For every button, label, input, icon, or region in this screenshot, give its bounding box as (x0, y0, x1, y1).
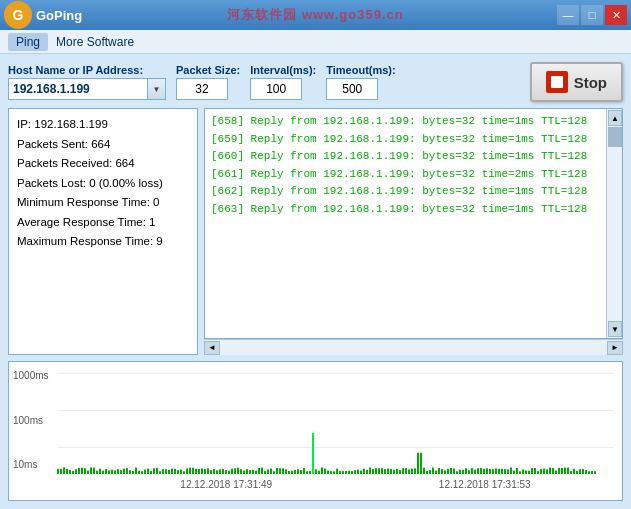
chart-bar (351, 471, 353, 474)
chart-bar (417, 453, 419, 474)
chart-bar (450, 468, 452, 474)
chart-bar (237, 468, 239, 474)
log-entry: [659] Reply from 192.168.1.199: bytes=32… (211, 131, 616, 149)
chart-bar (129, 470, 131, 474)
chart-bar (300, 470, 302, 474)
chart-bar (381, 468, 383, 474)
timeout-label: Timeout(ms): (326, 64, 395, 76)
chart-bar (159, 471, 161, 474)
stat-min: Minimum Response Time: 0 (17, 193, 189, 213)
chart-bar (339, 471, 341, 474)
chart-bar (90, 467, 92, 474)
chart-bar (453, 469, 455, 474)
chart-bar (222, 469, 224, 474)
y-label-1000: 1000ms (13, 370, 49, 381)
chart-bar (198, 469, 200, 474)
scrollbar-thumb[interactable] (608, 127, 622, 147)
chart-bar (84, 468, 86, 474)
chart-bar (303, 468, 305, 474)
chart-bar (510, 467, 512, 474)
timeout-input[interactable] (326, 78, 378, 100)
chart-bar (534, 468, 536, 474)
host-input[interactable] (8, 78, 148, 100)
interval-input[interactable] (250, 78, 302, 100)
close-button[interactable]: ✕ (605, 5, 627, 25)
interval-label: Interval(ms): (250, 64, 316, 76)
host-input-wrapper: ▼ (8, 78, 166, 100)
chart-bar (372, 469, 374, 474)
chart-bar (264, 471, 266, 474)
chart-bar (483, 469, 485, 474)
maximize-button[interactable]: □ (581, 5, 603, 25)
app-icon: G (4, 1, 32, 29)
chart-bar (522, 470, 524, 474)
chart-bar (432, 467, 434, 474)
chart-bar (189, 468, 191, 474)
chart-bar (399, 470, 401, 474)
h-scroll-right-button[interactable]: ► (607, 341, 623, 355)
stat-lost: Packets Lost: 0 (0.00% loss) (17, 174, 189, 194)
chart-bar (342, 471, 344, 474)
minimize-button[interactable]: — (557, 5, 579, 25)
chart-bar (75, 469, 77, 474)
chart-bar (252, 470, 254, 474)
chart-bar (426, 471, 428, 474)
log-entry: [662] Reply from 192.168.1.199: bytes=32… (211, 183, 616, 201)
scrollbar-up-button[interactable]: ▲ (608, 110, 622, 126)
chart-bar (552, 468, 554, 474)
chart-bar (240, 469, 242, 474)
scrollbar-down-button[interactable]: ▼ (608, 321, 622, 337)
log-scrollbar[interactable]: ▲ ▼ (606, 109, 622, 338)
chart-bar (258, 468, 260, 474)
chart-bar (558, 468, 560, 474)
h-scroll-left-button[interactable]: ◄ (204, 341, 220, 355)
chart-bar (162, 469, 164, 474)
menu-item-more-software[interactable]: More Software (48, 33, 142, 51)
stop-button[interactable]: Stop (530, 62, 623, 102)
chart-bar (231, 469, 233, 474)
chart-bar (573, 469, 575, 474)
host-dropdown-button[interactable]: ▼ (148, 78, 166, 100)
chart-bar (234, 468, 236, 474)
x-label-1: 12.12.2018 17:31:49 (180, 479, 272, 490)
chart-bar (546, 469, 548, 474)
log-panel-container: [658] Reply from 192.168.1.199: bytes=32… (204, 108, 623, 355)
chart-bar (336, 469, 338, 474)
chart-bar (279, 468, 281, 474)
log-entry: [660] Reply from 192.168.1.199: bytes=32… (211, 148, 616, 166)
app-title: GoPing (36, 8, 82, 23)
chart-bar (411, 469, 413, 474)
chart-bar (60, 469, 62, 474)
chart-bar (495, 469, 497, 474)
chart-bar (195, 469, 197, 474)
chart-bar (81, 468, 83, 474)
chart-bar (330, 471, 332, 474)
chart-bar (570, 471, 572, 474)
chart-bar (333, 471, 335, 474)
chart-bar (387, 469, 389, 474)
host-field-group: Host Name or IP Address: ▼ (8, 64, 166, 100)
chart-bar (150, 471, 152, 474)
title-bar-left: G GoPing (0, 1, 82, 29)
chart-bar (177, 470, 179, 474)
packet-size-group: Packet Size: (176, 64, 240, 100)
packet-size-input[interactable] (176, 78, 228, 100)
chart-bar (477, 468, 479, 474)
chart-bar (204, 469, 206, 474)
horizontal-scrollbar[interactable]: ◄ ► (204, 339, 623, 355)
chart-bar (594, 471, 596, 474)
chart-bar (297, 469, 299, 474)
timeout-spinner[interactable] (326, 78, 395, 100)
packet-size-spinner[interactable] (176, 78, 240, 100)
interval-spinner[interactable] (250, 78, 316, 100)
chart-bar (390, 469, 392, 474)
chart-bar (366, 470, 368, 474)
x-label-2: 12.12.2018 17:31:53 (439, 479, 531, 490)
svg-rect-0 (551, 76, 563, 88)
chart-bar (576, 471, 578, 474)
chart-bar (441, 469, 443, 474)
chart-bar (492, 469, 494, 474)
menu-item-ping[interactable]: Ping (8, 33, 48, 51)
chart-bar (555, 470, 557, 474)
chart-bar (591, 471, 593, 474)
